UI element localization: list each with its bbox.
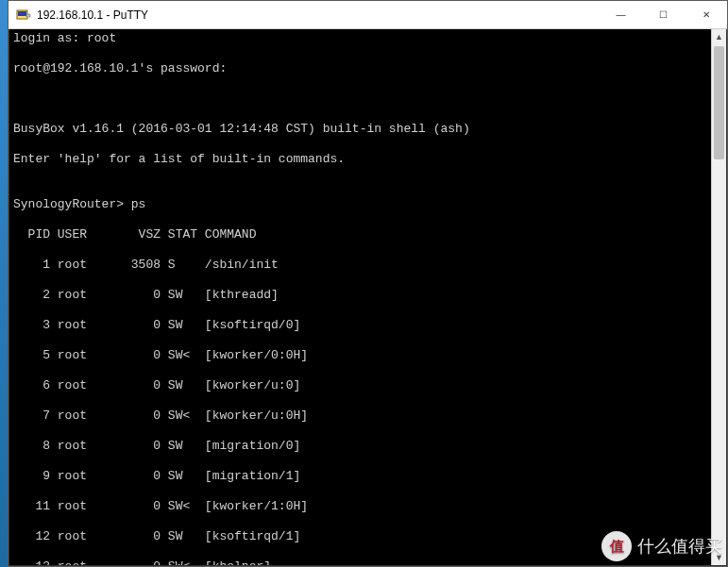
ps-process-row: 11 root 0 SW< [kworker/1:0H]: [13, 499, 722, 514]
svg-rect-2: [26, 14, 30, 17]
terminal-line: login as: root: [13, 31, 722, 46]
ps-process-row: 2 root 0 SW [kthreadd]: [13, 288, 722, 303]
terminal-line: Enter 'help' for a list of built-in comm…: [13, 152, 722, 167]
ps-process-row: 9 root 0 SW [migration/1]: [13, 469, 722, 484]
terminal-area[interactable]: login as: root root@192.168.10.1's passw…: [8, 29, 727, 566]
terminal-line: root@192.168.10.1's password:: [13, 61, 722, 76]
maximize-button[interactable]: ☐: [642, 1, 685, 28]
ps-process-row: 8 root 0 SW [migration/0]: [13, 439, 722, 454]
window-title: 192.168.10.1 - PuTTY: [37, 8, 600, 22]
ps-process-row: 3 root 0 SW [ksoftirqd/0]: [13, 318, 722, 333]
watermark-text: 什么值得买: [637, 535, 722, 558]
ps-process-row: 6 root 0 SW [kworker/u:0]: [13, 378, 722, 393]
watermark-badge: 值: [601, 531, 632, 561]
ps-process-row: 5 root 0 SW< [kworker/0:0H]: [13, 348, 722, 363]
putty-icon: [16, 8, 31, 23]
scroll-up-arrow[interactable]: ▲: [712, 29, 726, 44]
vertical-scrollbar[interactable]: ▲ ▼: [711, 29, 726, 565]
window-controls: — ☐ ✕: [600, 1, 727, 28]
svg-rect-1: [18, 11, 26, 16]
desktop-background-strip: [0, 0, 8, 567]
prompt-line: SynologyRouter> ps: [13, 197, 722, 212]
putty-window: 192.168.10.1 - PuTTY — ☐ ✕ login as: roo…: [8, 0, 728, 567]
title-bar[interactable]: 192.168.10.1 - PuTTY — ☐ ✕: [8, 1, 727, 29]
minimize-button[interactable]: —: [600, 1, 642, 28]
watermark: 值 什么值得买: [601, 531, 722, 561]
close-button[interactable]: ✕: [685, 1, 727, 28]
ps-process-row: 1 root 3508 S /sbin/init: [13, 258, 722, 273]
ps-header-row: PID USER VSZ STAT COMMAND: [13, 227, 722, 242]
terminal-line: BusyBox v1.16.1 (2016-03-01 12:14:48 CST…: [13, 122, 722, 137]
scroll-thumb[interactable]: [714, 46, 724, 159]
ps-process-row: 7 root 0 SW< [kworker/u:0H]: [13, 409, 722, 424]
